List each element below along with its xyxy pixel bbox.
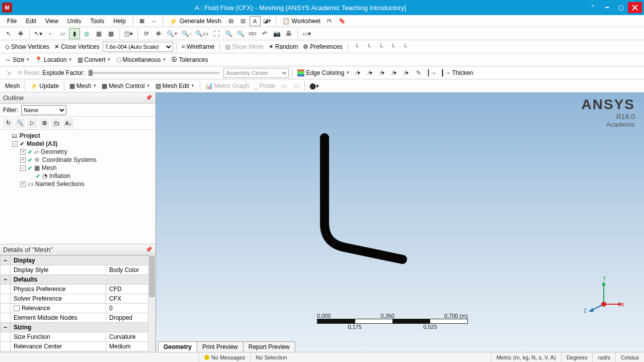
update-button[interactable]: ⚡Update (28, 81, 61, 90)
outline-tree[interactable]: 🗂 Project −✔ Model (A3) +✔▱ Geometry +✔⛭… (0, 130, 155, 244)
select-box-icon[interactable]: ▦ (93, 28, 104, 39)
select-mode-dd[interactable]: ◳▾ (123, 28, 134, 39)
zoom-box-icon[interactable]: 🔍▭ (194, 28, 210, 39)
mesh-tab[interactable]: Mesh (3, 81, 22, 90)
assembly-center-select[interactable]: Assembly Center (223, 68, 289, 78)
toolbar-icon[interactable]: ↔ (148, 16, 159, 26)
zoom-in-icon[interactable]: 🔍+ (165, 28, 179, 39)
image-capture-icon[interactable]: 📷 (271, 28, 282, 39)
outline-expand-icon[interactable]: ⊞ (39, 118, 49, 128)
menu-file[interactable]: File (3, 16, 21, 26)
tree-inflation[interactable]: ✔◔ Inflation (28, 172, 153, 180)
zoom-fit-icon[interactable]: ⛶ (211, 28, 222, 39)
pan-icon[interactable]: ✥ (153, 28, 164, 39)
thicken-button[interactable]: ┃→ Thicken (439, 68, 475, 77)
outline-play-icon[interactable]: ▷ (27, 118, 37, 128)
show-vertices-button[interactable]: ◇ Show Vertices (3, 42, 51, 51)
select-vertex-icon[interactable]: ▫ (45, 28, 56, 39)
edge-style-3[interactable]: ∕▾ (377, 67, 388, 78)
graphics-viewport[interactable]: ANSYS R18.0 Academic 0,000 0,350 0,700 (… (156, 93, 644, 352)
convert-dd[interactable]: ▥ Convert ▼ (75, 55, 113, 64)
group-toggle[interactable]: − (1, 275, 11, 285)
cursor-info-icon[interactable]: i↖ (325, 16, 336, 26)
menu-units[interactable]: Units (63, 16, 85, 26)
orientation-triad[interactable]: Y X Z (584, 277, 624, 317)
select-arrow-dd[interactable]: ↖▾ (33, 28, 44, 39)
tab-report-preview[interactable]: Report Preview (243, 341, 295, 352)
rotate-icon[interactable]: ⟳ (141, 28, 152, 39)
mesh-dd[interactable]: ▦ Mesh ▼ (67, 81, 99, 90)
generate-mesh-button[interactable]: ⚡Generate Mesh (166, 16, 224, 26)
tree-model[interactable]: −✔ Model (A3) (12, 140, 153, 148)
view-mode-dd[interactable]: ▭▾ (301, 28, 312, 39)
close-vertices-button[interactable]: ✕ Close Vertices (52, 42, 102, 51)
close-button[interactable] (628, 2, 642, 13)
shade-dd[interactable]: ⬤▾ (308, 80, 320, 92)
explode-slider[interactable] (89, 72, 219, 74)
edge-coloring-dd[interactable]: Edge Coloring ▼ (295, 68, 352, 77)
toolbar-icon[interactable]: ◪▾ (262, 16, 273, 26)
group-toggle[interactable]: − (1, 323, 11, 332)
prev-view-icon[interactable]: ↶ (259, 28, 270, 39)
zoom-out-icon[interactable]: 🔍- (180, 28, 193, 39)
axis-btn-3[interactable]: └ (375, 41, 386, 52)
menu-help[interactable]: Help (109, 16, 130, 26)
random-color-button[interactable]: ✶ Random (267, 42, 300, 51)
pin-icon[interactable]: 📌 (145, 95, 152, 101)
select-body-icon[interactable]: ◍ (81, 28, 92, 39)
select-cursor-icon[interactable]: ↖ (3, 28, 14, 39)
auto-scale-select[interactable]: 7,6e-004 (Auto Scale) (103, 42, 173, 52)
filter-select[interactable]: Name (21, 105, 66, 115)
select-ext-icon[interactable]: ▩ (105, 28, 116, 39)
zoom-sel-icon[interactable]: 🔍 (223, 28, 234, 39)
outline-sort-icon[interactable]: A↓ (63, 118, 73, 128)
tolerances-button[interactable]: ⦿ Tolerances (169, 55, 210, 64)
edge-style-4[interactable]: ∕▾ (389, 67, 400, 78)
axis-btn-5[interactable]: └ (399, 41, 411, 52)
outline-search-icon[interactable]: 🔍 (15, 118, 25, 128)
menu-view[interactable]: View (41, 16, 62, 26)
annotation-icon[interactable]: A (250, 16, 261, 26)
group-toggle[interactable]: − (1, 256, 11, 265)
details-scrollbar[interactable] (148, 255, 155, 352)
maximize-button[interactable]: ▢ (614, 2, 628, 13)
tag-icon[interactable]: 🔖 (337, 16, 348, 26)
misc-dd[interactable]: ◌ Miscellaneous ▼ (114, 55, 169, 64)
axis-btn-1[interactable]: └ (351, 41, 362, 52)
status-messages[interactable]: No Messages (199, 352, 250, 362)
size-dd[interactable]: ↔ Size ▼ (3, 55, 32, 64)
mesh-edit-dd[interactable]: ▧ Mesh Edit ▼ (153, 81, 197, 90)
mesh-control-dd[interactable]: ▩ Mesh Control ▼ (100, 81, 152, 90)
tree-mesh[interactable]: −✔▦ Mesh (20, 164, 153, 172)
ribbon-toggle-button[interactable]: ⌃ (586, 2, 600, 13)
outline-refresh-icon[interactable]: ↻ (3, 118, 13, 128)
tree-named-selections[interactable]: +▭ Named Selections (20, 180, 153, 188)
outline-color-icon[interactable]: 🗀 (51, 118, 61, 128)
worksheet-button[interactable]: 📋Worksheet (279, 17, 324, 26)
tree-coord-systems[interactable]: +✔⛭ Coordinate Systems (20, 156, 153, 164)
print-icon[interactable]: 🖶 (283, 28, 294, 39)
toolbar-icon[interactable]: ▤ (225, 16, 236, 26)
menu-edit[interactable]: Edit (22, 16, 40, 26)
edge-highlight-icon[interactable]: ✎ (413, 67, 424, 78)
tab-geometry[interactable]: Geometry (158, 341, 197, 352)
toolbar-icon[interactable]: ▦ (136, 16, 147, 26)
axis-btn-4[interactable]: └ (387, 41, 398, 52)
preferences-button[interactable]: ⚙ Preferences (301, 42, 345, 51)
scrollbar-thumb[interactable] (149, 256, 154, 297)
toolbar-icon[interactable]: ▥ (237, 16, 249, 26)
axis-btn-2[interactable]: └ (363, 41, 374, 52)
location-dd[interactable]: 📍 Location ▼ (33, 55, 74, 64)
tab-print-preview[interactable]: Print Preview (197, 341, 244, 352)
tree-project[interactable]: 🗂 Project (4, 132, 153, 140)
select-edge-icon[interactable]: ▱ (57, 28, 68, 39)
edge-style-5[interactable]: ∕▾ (401, 67, 412, 78)
edge-style-1[interactable]: ∕▾ (353, 67, 364, 78)
select-measure-icon[interactable]: ✥ (15, 28, 26, 39)
edge-style-2[interactable]: ∕▾ (365, 67, 376, 78)
iso-view-icon[interactable]: ISO (247, 28, 258, 39)
relevance-checkbox[interactable] (14, 305, 20, 311)
select-face-icon[interactable]: ▮ (69, 28, 80, 39)
tree-geometry[interactable]: +✔▱ Geometry (20, 148, 153, 156)
details-grid[interactable]: −Display Display StyleBody Color −Defaul… (0, 255, 155, 352)
